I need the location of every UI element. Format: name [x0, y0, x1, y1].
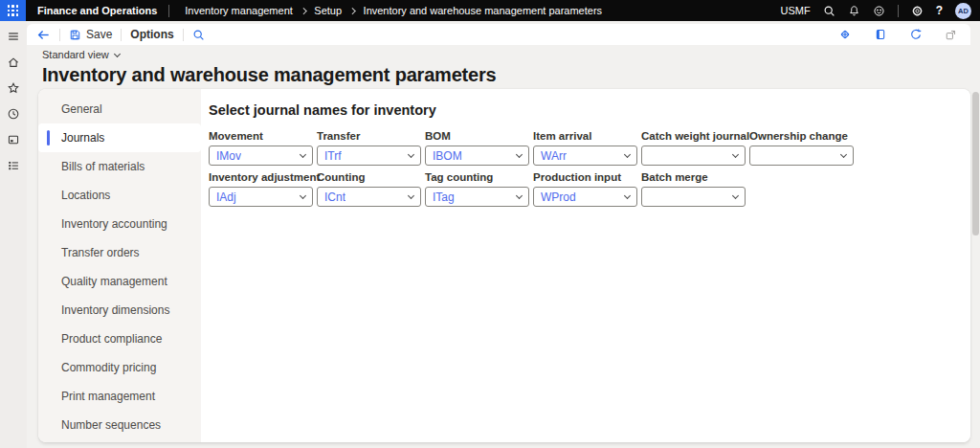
field-tag-counting: Tag counting ITag	[425, 171, 529, 207]
movement-combobox[interactable]: IMov	[209, 146, 313, 166]
field-counting: Counting ICnt	[317, 171, 421, 207]
modules-list-icon[interactable]	[7, 159, 20, 172]
view-selector[interactable]: Standard view	[42, 49, 497, 60]
recent-clock-icon[interactable]	[7, 107, 20, 121]
item-arrival-combobox[interactable]: WArr	[533, 146, 637, 166]
back-arrow-icon[interactable]	[36, 28, 51, 42]
toolbar-divider	[121, 29, 122, 41]
tag-counting-combobox[interactable]: ITag	[425, 187, 529, 207]
section-title: Select journal names for inventory	[209, 102, 959, 118]
sidebar-item-product-compliance[interactable]: Product compliance	[38, 325, 201, 353]
batch-merge-combobox[interactable]	[641, 187, 746, 207]
search-icon[interactable]	[823, 5, 835, 17]
refresh-icon[interactable]	[909, 28, 923, 41]
field-label: Item arrival	[533, 130, 637, 142]
combo-value: ICnt	[324, 190, 345, 204]
home-icon[interactable]	[7, 56, 20, 69]
counting-combobox[interactable]: ICnt	[317, 187, 421, 207]
chevron-down-icon	[408, 192, 414, 199]
topbar-divider	[168, 5, 169, 17]
feedback-smiley-icon[interactable]	[873, 5, 885, 17]
sidebar-item-locations[interactable]: Locations	[38, 181, 201, 210]
sidebar-item-print-management[interactable]: Print management	[38, 382, 201, 411]
sidebar-item-journals[interactable]: Journals	[38, 123, 201, 152]
chevron-down-icon	[114, 50, 121, 56]
sidebar-item-inventory-dimensions[interactable]: Inventory dimensions	[38, 296, 201, 325]
field-label: Catch weight journal	[641, 130, 746, 142]
transfer-combobox[interactable]: ITrf	[317, 146, 421, 166]
chevron-down-icon	[624, 151, 631, 158]
topbar-right-controls: USMF ? AD	[780, 3, 980, 19]
topbar-divider	[898, 5, 899, 17]
power-apps-icon[interactable]	[838, 28, 852, 41]
vertical-scrollbar	[972, 48, 979, 444]
breadcrumb-item-page[interactable]: Inventory and warehouse management param…	[364, 5, 602, 16]
help-icon[interactable]: ?	[936, 4, 943, 17]
user-avatar[interactable]: AD	[955, 3, 971, 19]
field-label: Inventory adjustment	[209, 171, 313, 183]
combo-value: WProd	[541, 190, 576, 204]
sidebar-item-number-sequences[interactable]: Number sequences	[38, 411, 201, 439]
left-navigation-rail	[0, 21, 27, 448]
open-in-new-window-icon[interactable]	[945, 29, 957, 41]
combo-value: WArr	[541, 149, 567, 163]
view-selector-label: Standard view	[42, 49, 109, 60]
chevron-down-icon	[624, 192, 631, 199]
fields-row-1: Movement IMov Transfer ITrf BOM IBOM	[209, 130, 959, 166]
save-button[interactable]: Save	[69, 28, 112, 41]
favorites-star-icon[interactable]	[7, 81, 20, 95]
field-inventory-adjustment: Inventory adjustment IAdj	[209, 171, 313, 207]
options-menu-button[interactable]: Options	[130, 28, 173, 41]
app-title[interactable]: Finance and Operations	[26, 5, 168, 16]
field-production-input: Production input WProd	[533, 171, 637, 207]
task-guide-book-icon[interactable]	[874, 28, 887, 41]
field-label: Batch merge	[641, 171, 746, 183]
chevron-down-icon	[840, 151, 847, 158]
toolbar-search-icon[interactable]	[192, 29, 205, 41]
company-picker[interactable]: USMF	[780, 5, 810, 16]
breadcrumb-item-setup[interactable]: Setup	[314, 5, 342, 16]
field-transfer: Transfer ITrf	[317, 130, 421, 166]
parameters-tab-list: General Journals Bills of materials Loca…	[38, 89, 201, 442]
fields-row-2: Inventory adjustment IAdj Counting ICnt …	[209, 171, 959, 207]
production-input-combobox[interactable]: WProd	[533, 187, 637, 207]
chevron-down-icon	[516, 192, 523, 199]
ownership-change-combobox[interactable]	[749, 146, 854, 166]
field-label: BOM	[425, 130, 529, 142]
expand-menu-hamburger-icon[interactable]	[7, 30, 20, 43]
sidebar-item-quality-management[interactable]: Quality management	[38, 267, 201, 296]
chevron-down-icon	[732, 151, 739, 158]
chevron-down-icon	[516, 151, 523, 158]
sidebar-item-general[interactable]: General	[38, 95, 201, 123]
journals-settings-panel: Select journal names for inventory Movem…	[201, 89, 970, 442]
app-launcher-waffle-icon[interactable]	[0, 0, 26, 21]
sidebar-item-transfer-orders[interactable]: Transfer orders	[38, 238, 201, 267]
settings-gear-icon[interactable]	[911, 5, 924, 17]
field-label: Tag counting	[425, 171, 529, 183]
sidebar-item-inventory-accounting[interactable]: Inventory accounting	[38, 210, 201, 238]
bom-combobox[interactable]: IBOM	[425, 146, 529, 166]
combo-value: ITag	[433, 190, 455, 204]
action-pane-toolbar: Save Options	[27, 24, 970, 45]
toolbar-divider	[59, 29, 60, 41]
vertical-scrollbar-thumb[interactable]	[972, 92, 979, 235]
waffle-grid-icon	[8, 5, 19, 16]
combo-value: IBOM	[433, 149, 462, 163]
notifications-bell-icon[interactable]	[848, 5, 860, 17]
chevron-right-icon	[349, 8, 355, 13]
field-batch-merge: Batch merge	[641, 171, 746, 207]
chevron-down-icon	[300, 151, 306, 158]
field-bom: BOM IBOM	[425, 130, 529, 166]
sidebar-item-commodity-pricing[interactable]: Commodity pricing	[38, 353, 201, 382]
chevron-down-icon	[300, 192, 306, 199]
field-ownership-change: Ownership change	[749, 130, 854, 166]
sidebar-item-bills-of-materials[interactable]: Bills of materials	[38, 152, 201, 181]
chevron-down-icon	[732, 192, 739, 199]
catch-weight-journal-combobox[interactable]	[641, 146, 746, 166]
combo-value: ITrf	[324, 149, 342, 163]
breadcrumb-item-module[interactable]: Inventory management	[185, 5, 293, 16]
workspaces-icon[interactable]	[7, 133, 20, 146]
inventory-adjustment-combobox[interactable]: IAdj	[209, 187, 313, 207]
field-catch-weight-journal: Catch weight journal	[641, 130, 746, 166]
field-item-arrival: Item arrival WArr	[533, 130, 637, 166]
